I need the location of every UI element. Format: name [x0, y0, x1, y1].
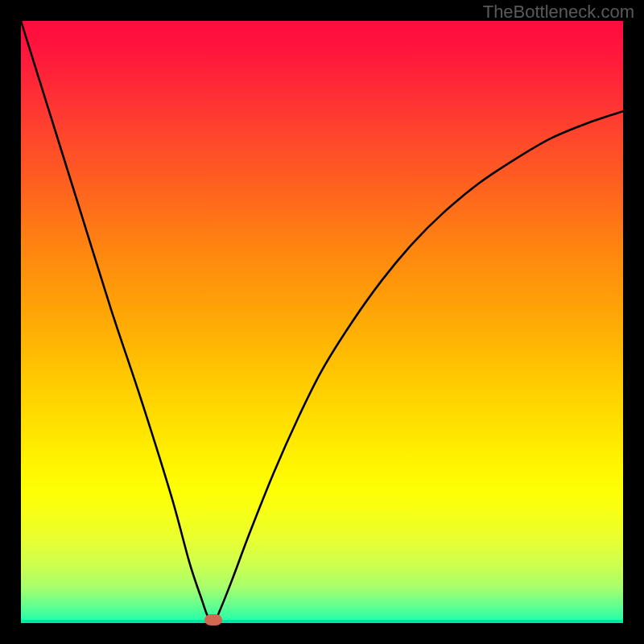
bottleneck-curve: [21, 21, 623, 623]
bottleneck-curve-path: [21, 21, 623, 623]
minimum-marker: [204, 614, 222, 625]
watermark-text: TheBottleneck.com: [483, 2, 634, 23]
chart-plot-area: [21, 21, 623, 623]
